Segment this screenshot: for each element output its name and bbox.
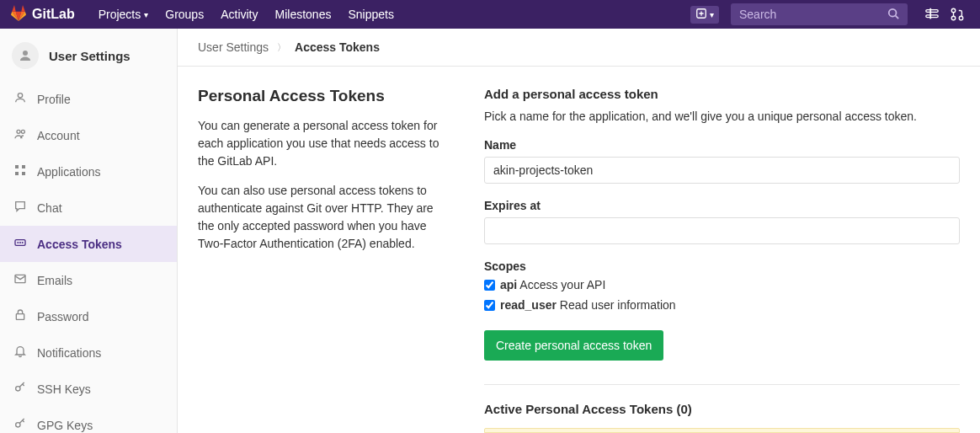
svg-point-1 xyxy=(889,8,897,16)
sidebar-item-profile[interactable]: Profile xyxy=(0,81,177,117)
chevron-right-icon: 〉 xyxy=(277,41,286,54)
scopes-label: Scopes xyxy=(484,259,960,273)
svg-line-2 xyxy=(896,15,899,19)
sidebar-item-label: Password xyxy=(37,310,88,323)
svg-point-24 xyxy=(16,387,20,391)
expires-label: Expires at xyxy=(484,199,960,212)
name-input[interactable] xyxy=(484,157,960,184)
avatar xyxy=(12,42,39,69)
search-icon[interactable] xyxy=(887,8,899,22)
chevron-down-icon: ▾ xyxy=(144,10,148,19)
chevron-down-icon: ▾ xyxy=(710,10,714,19)
svg-rect-3 xyxy=(926,10,938,13)
scope-row-api: api Access your API xyxy=(484,278,960,291)
svg-point-10 xyxy=(23,51,28,56)
nav-groups[interactable]: Groups xyxy=(157,0,212,29)
expires-input[interactable] xyxy=(484,217,960,244)
todos-icon[interactable] xyxy=(919,0,945,29)
sidebar-item-applications[interactable]: Applications xyxy=(0,153,177,190)
new-dropdown-button[interactable]: ▾ xyxy=(690,6,719,24)
gitlab-logo-icon xyxy=(10,5,27,24)
applications-icon xyxy=(13,163,27,179)
svg-rect-5 xyxy=(929,8,931,13)
sidebar-item-label: Chat xyxy=(37,201,62,215)
nav-projects[interactable]: Projects ▾ xyxy=(90,0,157,29)
description-panel: Personal Access Tokens You can generate … xyxy=(198,87,450,433)
scope-read-user-label: read_user xyxy=(500,298,557,312)
divider xyxy=(484,384,960,385)
svg-rect-15 xyxy=(22,165,25,168)
scope-api-desc: Access your API xyxy=(519,278,605,291)
svg-point-20 xyxy=(19,242,21,243)
scope-read-user-desc: Read user information xyxy=(560,298,676,312)
top-navbar: GitLab Projects ▾ Groups Activity Milest… xyxy=(0,0,980,29)
breadcrumb: User Settings 〉 Access Tokens xyxy=(178,29,980,67)
sidebar-item-account[interactable]: Account xyxy=(0,117,177,153)
merge-requests-icon[interactable] xyxy=(945,0,970,29)
active-tokens-heading: Active Personal Access Tokens (0) xyxy=(484,402,960,416)
description-text: You can also use personal access tokens … xyxy=(198,182,450,253)
sidebar-header: User Settings xyxy=(0,29,177,81)
svg-point-7 xyxy=(951,8,956,13)
sidebar-item-label: Emails xyxy=(37,274,72,287)
account-icon xyxy=(13,127,27,143)
scope-row-read-user: read_user Read user information xyxy=(484,298,960,312)
name-label: Name xyxy=(484,138,960,152)
create-token-button[interactable]: Create personal access token xyxy=(484,330,663,361)
svg-point-19 xyxy=(17,242,19,243)
sidebar-item-chat[interactable]: Chat xyxy=(0,190,177,226)
nav-milestones[interactable]: Milestones xyxy=(267,0,340,29)
search-wrap xyxy=(731,3,908,25)
page-layout: User Settings Profile Account Applicatio… xyxy=(0,29,980,433)
sidebar-item-emails[interactable]: Emails xyxy=(0,262,177,298)
svg-point-8 xyxy=(951,16,956,20)
email-icon xyxy=(13,272,27,288)
sidebar-item-label: Account xyxy=(37,129,80,142)
svg-point-12 xyxy=(17,130,20,133)
sidebar-item-label: GPG Keys xyxy=(37,419,93,432)
nav-projects-label: Projects xyxy=(99,8,141,21)
svg-point-11 xyxy=(18,94,22,98)
breadcrumb-current: Access Tokens xyxy=(295,40,380,54)
brand-wrap[interactable]: GitLab xyxy=(10,5,75,24)
sidebar-item-access-tokens[interactable]: Access Tokens xyxy=(0,226,177,262)
breadcrumb-root[interactable]: User Settings xyxy=(198,40,269,54)
form-panel: Add a personal access token Pick a name … xyxy=(484,87,960,433)
bell-icon xyxy=(13,345,27,361)
svg-rect-17 xyxy=(22,172,25,175)
svg-rect-6 xyxy=(929,13,931,19)
main-content: User Settings 〉 Access Tokens Personal A… xyxy=(178,29,980,433)
sidebar-item-label: Notifications xyxy=(37,346,101,360)
key-icon xyxy=(13,417,27,433)
search-input[interactable] xyxy=(739,8,887,21)
sidebar-item-password[interactable]: Password xyxy=(0,298,177,334)
sidebar-item-ssh-keys[interactable]: SSH Keys xyxy=(0,371,177,407)
sidebar-item-label: Access Tokens xyxy=(37,238,122,251)
svg-rect-23 xyxy=(16,314,24,320)
svg-rect-16 xyxy=(15,172,19,175)
profile-icon xyxy=(13,91,27,107)
page-title: Personal Access Tokens xyxy=(198,87,450,105)
chat-icon xyxy=(13,200,27,216)
sidebar-item-label: SSH Keys xyxy=(37,382,91,396)
description-text: You can generate a personal access token… xyxy=(198,117,450,170)
scope-api-label: api xyxy=(500,278,517,291)
scope-api-checkbox[interactable] xyxy=(484,280,495,291)
scope-read-user-checkbox[interactable] xyxy=(484,300,495,311)
nav-snippets[interactable]: Snippets xyxy=(339,0,402,29)
sidebar-item-gpg-keys[interactable]: GPG Keys xyxy=(0,407,177,433)
svg-point-21 xyxy=(22,242,24,243)
form-heading: Add a personal access token xyxy=(484,87,960,101)
lock-icon xyxy=(13,308,27,324)
sidebar: User Settings Profile Account Applicatio… xyxy=(0,29,178,433)
svg-point-13 xyxy=(21,130,24,133)
key-icon xyxy=(13,381,27,397)
sidebar-item-label: Applications xyxy=(37,165,101,179)
svg-point-9 xyxy=(959,16,963,20)
svg-point-25 xyxy=(16,423,20,427)
sidebar-title-label: User Settings xyxy=(49,49,130,63)
form-hint: Pick a name for the application, and we'… xyxy=(484,110,960,123)
sidebar-item-notifications[interactable]: Notifications xyxy=(0,334,177,371)
token-icon xyxy=(13,236,27,252)
nav-activity[interactable]: Activity xyxy=(212,0,266,29)
